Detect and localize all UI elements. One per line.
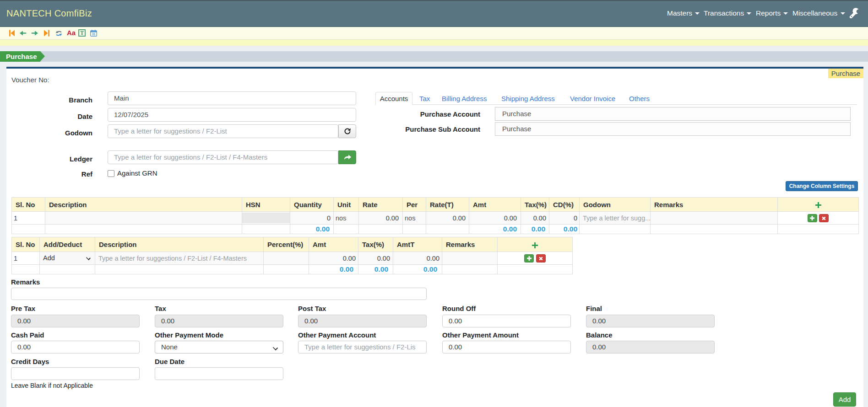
svg-text:31: 31 xyxy=(92,32,96,36)
svg-text:T: T xyxy=(80,30,84,36)
